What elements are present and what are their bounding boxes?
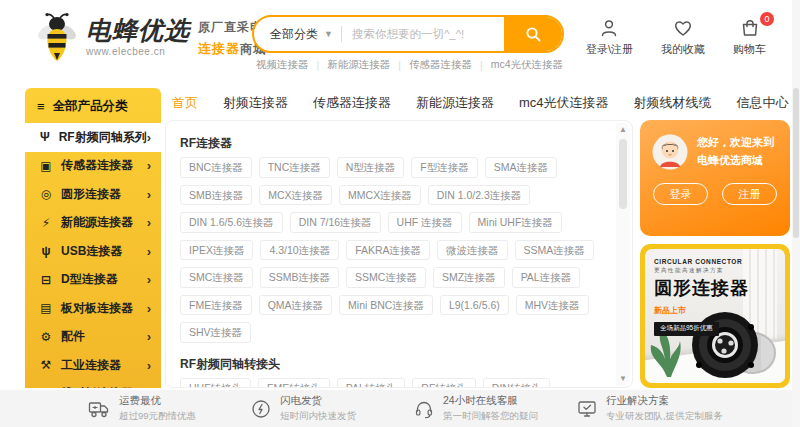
menu-list-icon: ≡ — [37, 99, 45, 114]
category-tag[interactable]: FAKRA连接器 — [346, 240, 430, 261]
page-scrollbar[interactable] — [792, 0, 800, 427]
category-tag[interactable]: SHV连接器 — [180, 322, 251, 343]
category-tag[interactable]: QMA连接器 — [259, 295, 332, 316]
sensor-icon: ▣ — [38, 159, 54, 173]
promo-banner[interactable]: CIRCULAR CONNECTOR 更高性能高速解决方案 圆形连接器 新品上市… — [640, 244, 790, 388]
headset-icon — [414, 399, 434, 419]
scrollbar-thumb[interactable] — [619, 139, 627, 209]
category-tag[interactable]: L9(1.6/5.6) — [440, 295, 509, 316]
sidebar-item-label: D型连接器 — [61, 271, 147, 288]
category-tag[interactable]: 微波连接器 — [437, 240, 508, 261]
sidebar-item[interactable]: ▤板对板连接器› — [25, 294, 161, 323]
category-tag[interactable]: UHF 连接器 — [388, 212, 462, 233]
chevron-right-icon: › — [147, 301, 151, 316]
sidebar-item[interactable]: ▣传感器连接器› — [25, 152, 161, 181]
category-tag[interactable]: DIN 1.6/5.6连接器 — [180, 212, 283, 233]
hot-search-link[interactable]: 传感器连接器 — [409, 58, 472, 72]
category-tag[interactable]: F型连接器 — [411, 157, 477, 178]
rf-coax-icon: Ψ — [38, 130, 52, 144]
banner-new-label: 新品上市 — [654, 305, 785, 316]
search-category-dropdown[interactable]: 全部分类 ▼ — [254, 26, 341, 43]
sidebar-item[interactable]: ◎圆形连接器› — [25, 180, 161, 209]
category-tag[interactable]: SMC连接器 — [180, 267, 253, 288]
register-button[interactable]: 注册 — [722, 183, 777, 205]
category-tag[interactable]: MCX连接器 — [259, 185, 332, 206]
sidebar-item[interactable]: ≋线对板连接器› — [25, 380, 161, 389]
header-actions: 登录\注册 我的收藏 0 购物车 — [586, 18, 766, 57]
catalog-card: RF连接器BNC连接器TNC连接器N型连接器F型连接器SMA连接器SMB连接器M… — [165, 120, 633, 388]
footer-item-fast-delivery: 闪电发货 短时间内快速发货 — [251, 394, 414, 423]
category-tag[interactable]: MMCX连接器 — [339, 185, 421, 206]
footer-item-support: 24小时在线客服 第一时间解答您的疑问 — [414, 394, 577, 423]
hot-search-link[interactable]: 新能源连接器 — [327, 58, 390, 72]
hot-search-link[interactable]: 视频连接器 — [256, 58, 309, 72]
category-tag[interactable]: SSMB连接器 — [260, 267, 339, 288]
nav-tab[interactable]: 新能源连接器 — [416, 94, 494, 112]
login-button[interactable]: 登录 — [653, 183, 708, 205]
nav-tab[interactable]: 信息中心 — [737, 94, 789, 112]
hot-search-links: 视频连接器|新能源连接器|传感器连接器|mc4光伏连接器 — [256, 58, 563, 72]
search-icon — [525, 26, 542, 43]
category-tag[interactable]: BNC连接器 — [180, 157, 252, 178]
avatar — [652, 134, 688, 170]
sidebar-item[interactable]: ⚡新能源连接器› — [25, 209, 161, 238]
cart-icon — [740, 18, 760, 38]
category-tag[interactable]: IPEX连接器 — [180, 240, 253, 261]
category-tag[interactable]: PAL转接头 — [337, 378, 406, 389]
nav-tab[interactable]: 射频线材线缆 — [634, 94, 712, 112]
page-scrollbar-thumb[interactable] — [793, 88, 799, 238]
sidebar-item[interactable]: ⚒工业连接器› — [25, 351, 161, 380]
category-tag[interactable]: TNC连接器 — [259, 157, 330, 178]
brand-domain: www.elecbee.cn — [86, 46, 190, 57]
section-title: RF连接器 — [180, 135, 606, 152]
main-nav: 首页射频连接器传感器连接器新能源连接器mc4光伏连接器射频线材线缆信息中心 — [172, 94, 789, 112]
category-tag[interactable]: UHF转接头 — [180, 378, 251, 389]
category-tag[interactable]: DIN 7/16连接器 — [290, 212, 381, 233]
divider: | — [480, 59, 483, 71]
category-tag[interactable]: SMZ连接器 — [433, 267, 505, 288]
sidebar-item-label: 线对板连接器 — [61, 385, 147, 388]
category-tag[interactable]: Mini UHF连接器 — [469, 212, 562, 233]
sidebar-item-label: 板对板连接器 — [61, 300, 147, 317]
chevron-right-icon: › — [147, 329, 151, 344]
site-logo[interactable]: 电蜂优选 www.elecbee.cn 原厂直采电子 连接器商城 — [34, 12, 276, 62]
favorites-button[interactable]: 我的收藏 — [661, 18, 705, 57]
sidebar-item-label: 配件 — [61, 328, 147, 345]
category-tag[interactable]: MHV连接器 — [516, 295, 589, 316]
sidebar-item[interactable]: ⊟D型连接器› — [25, 266, 161, 295]
category-tag[interactable]: 4.3/10连接器 — [260, 240, 339, 261]
category-tag[interactable]: DIN转接头 — [483, 378, 551, 389]
category-tag[interactable]: N型连接器 — [337, 157, 405, 178]
nav-tab[interactable]: mc4光伏连接器 — [519, 94, 609, 112]
catalog-scrollbar[interactable]: ▲ ▼ — [616, 123, 630, 385]
nav-tab[interactable]: 传感器连接器 — [313, 94, 391, 112]
category-tag[interactable]: Mini BNC连接器 — [339, 295, 433, 316]
sidebar-header[interactable]: ≡ 全部产品分类 — [25, 88, 161, 123]
category-tag[interactable]: FME连接器 — [180, 295, 252, 316]
sidebar-item-label: 传感器连接器 — [61, 157, 147, 174]
hot-search-link[interactable]: mc4光伏连接器 — [491, 58, 563, 72]
category-tag[interactable]: SMA连接器 — [485, 157, 557, 178]
scroll-up-icon[interactable]: ▲ — [616, 125, 630, 134]
category-tag[interactable]: RF转接头 — [412, 378, 476, 389]
wire-to-board-icon: ≋ — [38, 387, 54, 388]
sidebar-item[interactable]: ψUSB连接器› — [25, 237, 161, 266]
scroll-down-icon[interactable]: ▼ — [616, 374, 630, 383]
nav-tab[interactable]: 首页 — [172, 94, 198, 112]
truck-icon — [88, 399, 110, 419]
nav-tab[interactable]: 射频连接器 — [223, 94, 288, 112]
cart-button[interactable]: 0 购物车 — [733, 18, 766, 57]
category-tag[interactable]: PAL连接器 — [512, 267, 581, 288]
footer-item-shipping: 运费最优 超过99元酌情优惠 — [88, 394, 251, 423]
search-input[interactable] — [342, 28, 504, 40]
sidebar-item[interactable]: ⚙配件› — [25, 323, 161, 352]
search-button[interactable] — [504, 15, 562, 53]
category-tag[interactable]: DIN 1.0/2.3连接器 — [428, 185, 531, 206]
login-register-button[interactable]: 登录\注册 — [586, 18, 633, 57]
category-tag[interactable]: SSMC连接器 — [346, 267, 426, 288]
category-tag[interactable]: FME转接头 — [258, 378, 330, 389]
welcome-text: 您好，欢迎来到 电蜂优选商城 — [697, 134, 774, 169]
sidebar-item[interactable]: ΨRF射频同轴系列› — [25, 123, 161, 152]
category-tag[interactable]: SMB连接器 — [180, 185, 252, 206]
category-tag[interactable]: SSMA连接器 — [515, 240, 594, 261]
